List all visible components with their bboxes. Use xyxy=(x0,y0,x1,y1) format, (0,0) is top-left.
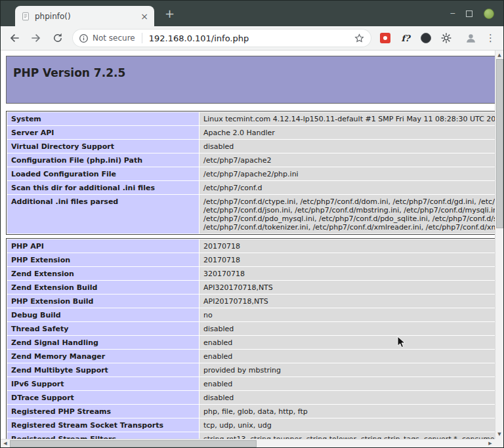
dark-circle-icon xyxy=(421,33,431,43)
table-row: Zend Extension 320170718 xyxy=(7,267,495,280)
info-table-core: System Linux tecmint.com 4.12.14-lp150.1… xyxy=(6,111,495,235)
scroll-right-icon[interactable]: ▶ xyxy=(486,439,494,447)
omnibox-divider xyxy=(142,33,142,43)
window-close-button[interactable] xyxy=(484,9,494,19)
forward-button[interactable] xyxy=(29,31,43,45)
row-label: Scan this dir for additional .ini files xyxy=(7,181,199,194)
titlebar: phpinfo() × + ─ xyxy=(1,1,503,26)
table-row: Server API Apache 2.0 Handler xyxy=(7,126,495,139)
table-row: System Linux tecmint.com 4.12.14-lp150.1… xyxy=(7,112,495,125)
scroll-down-icon[interactable]: ▼ xyxy=(495,430,503,438)
row-label: Zend Signal Handling xyxy=(7,336,199,349)
restore-button[interactable] xyxy=(466,10,472,17)
row-label: Zend Memory Manager xyxy=(7,350,199,363)
row-label: PHP Extension Build xyxy=(7,295,199,308)
row-value: no xyxy=(200,308,495,321)
horizontal-scroll-thumb[interactable] xyxy=(10,440,257,447)
row-label: IPv6 Support xyxy=(7,377,199,390)
row-value: 20170718 xyxy=(200,253,495,266)
info-icon xyxy=(79,33,89,43)
row-value: /etc/php7/conf.d/ctype.ini, /etc/php7/co… xyxy=(200,195,495,234)
page-viewport: PHP Version 7.2.5 System Linux tecmint.c… xyxy=(1,51,495,439)
row-label: Additional .ini files parsed xyxy=(7,195,199,234)
browser-toolbar: Not secure 192.168.0.101/info.php f? ⋮ xyxy=(1,26,503,51)
row-value: disabled xyxy=(200,140,495,153)
row-value: Apache 2.0 Handler xyxy=(200,126,495,139)
extension-red-icon[interactable] xyxy=(379,31,392,45)
row-value: string.rot13, string.toupper, string.tol… xyxy=(200,432,495,439)
table-row: Registered Stream Filters string.rot13, … xyxy=(7,432,495,439)
row-label: Configuration File (php.ini) Path xyxy=(7,153,199,167)
table-row: Additional .ini files parsed /etc/php7/c… xyxy=(7,195,495,234)
php-version-header: PHP Version 7.2.5 xyxy=(6,56,495,104)
table-row: Virtual Directory Support disabled xyxy=(7,140,495,153)
table-row: Zend Memory Manager enabled xyxy=(7,350,495,363)
gear-icon xyxy=(440,32,452,44)
row-label: System xyxy=(7,112,199,125)
forward-icon xyxy=(30,31,43,45)
row-label: Zend Extension xyxy=(7,267,199,280)
table-row: PHP API 20170718 xyxy=(7,239,495,253)
browser-window: phpinfo() × + ─ xyxy=(0,0,504,448)
row-label: Zend Multibyte Support xyxy=(7,363,199,377)
table-row: PHP Extension 20170718 xyxy=(7,253,495,266)
scrollbar-corner xyxy=(495,439,503,447)
table-row: Debug Build no xyxy=(7,308,495,321)
extension-gear-icon[interactable] xyxy=(440,31,453,45)
table-row: IPv6 Support enabled xyxy=(7,377,495,390)
not-secure-label: Not secure xyxy=(93,33,135,43)
row-value: /etc/php7/apache2/php.ini xyxy=(200,167,495,180)
extension-f-icon[interactable]: f? xyxy=(399,31,412,45)
browser-tab[interactable]: phpinfo() × xyxy=(15,6,154,26)
row-label: Server API xyxy=(7,126,199,139)
row-value: API320170718,NTS xyxy=(200,281,495,294)
row-value: enabled xyxy=(200,350,495,363)
profile-avatar[interactable] xyxy=(464,31,477,45)
back-button[interactable] xyxy=(7,31,22,45)
row-label: Registered PHP Streams xyxy=(7,405,199,418)
scroll-left-icon[interactable]: ◀ xyxy=(1,439,9,447)
row-value: enabled xyxy=(200,377,495,390)
kebab-menu-icon[interactable]: ⋮ xyxy=(484,32,497,44)
table-row: DTrace Support disabled xyxy=(7,391,495,404)
row-value: 320170718 xyxy=(200,267,495,280)
row-value: tcp, udp, unix, udg xyxy=(200,418,495,432)
row-value: disabled xyxy=(200,391,495,404)
minimize-button[interactable]: ─ xyxy=(450,10,455,17)
reload-button[interactable] xyxy=(51,31,65,45)
table-row: Zend Multibyte Support provided by mbstr… xyxy=(7,363,495,377)
row-label: Registered Stream Socket Transports xyxy=(7,418,199,432)
row-value: provided by mbstring xyxy=(200,363,495,377)
vertical-scroll-thumb[interactable] xyxy=(496,59,503,228)
bookmark-star-icon[interactable] xyxy=(354,33,365,44)
row-value: API20170718,NTS xyxy=(200,295,495,308)
scroll-up-icon[interactable]: ▲ xyxy=(495,51,503,59)
window-controls: ─ xyxy=(450,1,494,26)
tab-title: phpinfo() xyxy=(35,12,136,21)
browser-content: PHP Version 7.2.5 System Linux tecmint.c… xyxy=(1,51,503,447)
row-label: Virtual Directory Support xyxy=(7,140,199,153)
table-row: Thread Safety disabled xyxy=(7,322,495,335)
url-text[interactable]: 192.168.0.101/info.php xyxy=(149,33,350,43)
table-row: Zend Signal Handling enabled xyxy=(7,336,495,349)
person-icon xyxy=(465,32,477,45)
extension-dark-circle-icon[interactable] xyxy=(419,31,432,45)
row-value: php, file, glob, data, http, ftp xyxy=(200,405,495,418)
vertical-scrollbar[interactable]: ▲ ▼ xyxy=(495,51,503,439)
red-badge-icon xyxy=(380,33,390,43)
url-bar[interactable]: Not secure 192.168.0.101/info.php xyxy=(72,29,371,47)
table-row: PHP Extension Build API20170718,NTS xyxy=(7,295,495,308)
table-row: Registered PHP Streams php, file, glob, … xyxy=(7,405,495,418)
phpinfo-page: PHP Version 7.2.5 System Linux tecmint.c… xyxy=(1,51,495,439)
reload-icon xyxy=(52,32,64,44)
table-row: Loaded Configuration File /etc/php7/apac… xyxy=(7,167,495,180)
horizontal-scrollbar[interactable]: ◀ ▶ xyxy=(1,439,495,447)
row-value: disabled xyxy=(200,322,495,335)
table-row: Zend Extension Build API320170718,NTS xyxy=(7,281,495,294)
mouse-cursor xyxy=(397,336,406,349)
row-label: PHP API xyxy=(7,239,199,253)
row-value: /etc/php7/apache2 xyxy=(200,153,495,167)
info-table-build: PHP API 20170718 PHP Extension 20170718 … xyxy=(6,238,495,439)
tab-close-icon[interactable]: × xyxy=(140,12,148,21)
new-tab-button[interactable]: + xyxy=(165,7,175,20)
